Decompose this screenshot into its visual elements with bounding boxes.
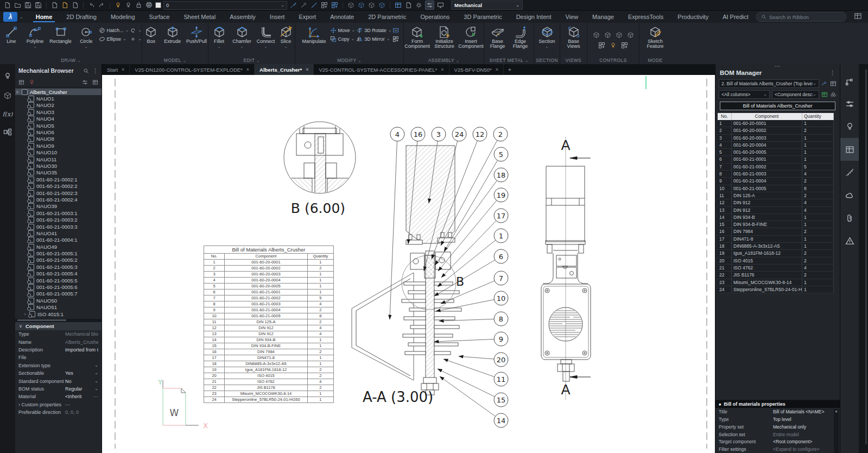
bom-row[interactable]: 2001-60-20-00022	[718, 127, 834, 134]
flip-button[interactable]	[392, 27, 399, 34]
point-button[interactable]: ⌄	[130, 35, 142, 42]
tree-item[interactable]: 001-60-21-0005:3	[15, 263, 102, 270]
ribbon-tab-expresstools[interactable]: ExpressTools	[621, 11, 670, 23]
bom-row[interactable]: 13DIN 9124	[718, 207, 834, 214]
section-display-icon[interactable]	[616, 32, 623, 40]
group-label-model[interactable]: MODEL⌄	[142, 56, 208, 64]
app-menu-button[interactable]: λ	[3, 12, 17, 22]
export-table-icon[interactable]	[821, 91, 828, 98]
group-label-modify[interactable]: MODIFY⌄	[295, 56, 403, 64]
section-button[interactable]: Section ⌄	[535, 25, 559, 48]
tree-item[interactable]: NAUO10	[15, 149, 102, 156]
component-property-row[interactable]: Extension type⌄	[15, 362, 102, 369]
chevron-down-icon[interactable]: ⌄	[94, 379, 98, 383]
ribbon-tab-view[interactable]: View	[558, 11, 585, 23]
tree-item[interactable]: NAUO49	[15, 243, 102, 250]
layer-lamp-icon[interactable]	[610, 42, 617, 50]
ellipse-button[interactable]: Ellipse ⌄	[99, 35, 129, 42]
manipulate-button[interactable]: Manipulate	[300, 25, 329, 45]
tree-item[interactable]: 001-60-21-0003:2	[15, 216, 102, 223]
ribbon-tab-operations[interactable]: Operations	[414, 11, 457, 23]
ribbon-tab-productivity[interactable]: Productivity	[670, 11, 715, 23]
mechanical-browser-tab-icon[interactable]	[3, 91, 12, 101]
save-as-icon[interactable]	[34, 1, 42, 9]
ribbon-tab-modeling[interactable]: Modeling	[104, 11, 142, 23]
ribbon-tab-annotate[interactable]: Annotate	[323, 11, 361, 23]
tree-item[interactable]: 001-60-21-0003:3	[15, 223, 102, 230]
document-tab[interactable]: V25-CONTROL-SYSTEM-ACCESSORIES-PANEL*×	[314, 64, 449, 75]
component-property-row[interactable]: DescriptionImported from C:\Us	[15, 346, 102, 354]
refresh-icon[interactable]	[821, 80, 828, 87]
bom-row[interactable]: 6001-60-21-00011	[718, 156, 834, 163]
polyline-button[interactable]: Polyline ⌄	[24, 25, 47, 48]
bom-source-select[interactable]: 2. Bill of Materials Alberts_Crusher (To…	[719, 79, 819, 88]
group-label-mode[interactable]: MODE	[639, 56, 671, 64]
tree-item[interactable]: 001-60-21-0003:1	[15, 210, 102, 216]
ribbon-tab-home[interactable]: Home	[29, 11, 60, 23]
shading-icon[interactable]	[627, 32, 634, 40]
insert-table-icon[interactable]	[830, 80, 837, 87]
redo-icon[interactable]	[98, 1, 106, 9]
tree-item[interactable]: 001-60-21-0002:4	[15, 196, 102, 203]
component-visibility-icon[interactable]	[604, 32, 611, 40]
workspace-select[interactable]: Mechanical ⌄	[451, 1, 523, 10]
ribbon-panel-toggle-icon[interactable]	[854, 12, 863, 21]
group-label-section[interactable]: SECTION	[534, 56, 560, 64]
tree-item[interactable]: NAUO51	[15, 304, 102, 311]
bom-row[interactable]: 1001-60-20-00011	[718, 120, 834, 127]
tree-item[interactable]: 001-60-21-0002:3	[15, 190, 102, 196]
publish-icon[interactable]	[71, 1, 79, 9]
close-icon[interactable]: ×	[306, 67, 308, 72]
box-button[interactable]: Box	[142, 25, 160, 45]
bom-row[interactable]: 16DIN 79842	[718, 228, 834, 235]
bom-row[interactable]: 11DIN 125-A2	[718, 192, 834, 199]
bom-properties-header[interactable]: ■ Bill of materials properties	[715, 400, 840, 408]
lamp-off-icon[interactable]	[124, 1, 132, 9]
base-views-button[interactable]: Base Views	[562, 25, 586, 50]
parameters-tab-icon[interactable]: f(x)	[3, 111, 13, 118]
chevron-down-icon[interactable]: ⌄	[138, 37, 142, 41]
drawing-canvas[interactable]: B (6.00)	[102, 75, 715, 453]
lock-ui-icon[interactable]	[135, 1, 143, 9]
bom-property-row[interactable]: Target component<Root component>	[715, 438, 840, 445]
close-icon[interactable]: ×	[496, 67, 498, 72]
bom-row[interactable]: 20ISO 40152	[718, 257, 834, 265]
ribbon-search-input[interactable]: Search in Ribbon	[756, 12, 846, 22]
bom-row[interactable]: 7001-60-21-00025	[718, 163, 834, 171]
component-property-row[interactable]: Standard componentNo⌄	[15, 377, 102, 385]
group-label-views[interactable]: VIEWS	[560, 56, 587, 64]
tree-item[interactable]: ›ISO 4015:1	[15, 311, 102, 317]
bom-row[interactable]: 10001-60-21-00058	[718, 185, 834, 192]
save-icon[interactable]	[24, 1, 32, 9]
hatch-button[interactable]: Hatch... ⌄	[99, 27, 129, 34]
rotate-3d-button[interactable]: 3D Rotate ⌄	[356, 27, 391, 34]
filter-blocks-icon[interactable]	[18, 79, 24, 85]
tree-item[interactable]: NAUO30	[15, 162, 102, 169]
bom-manager-panel-tab[interactable]	[840, 138, 859, 161]
bom-properties-scrollbar[interactable]: ▲	[834, 409, 839, 453]
bom-row[interactable]: 9001-60-21-00042	[718, 178, 834, 185]
bom-row[interactable]: 17DIN471-81	[718, 236, 834, 243]
measure-icon[interactable]	[310, 1, 318, 9]
circle-button[interactable]: Circle ⌄	[75, 25, 98, 48]
group-label-edit[interactable]: EDIT⌄	[208, 56, 295, 64]
annotate-balloon-panel-tab[interactable]	[840, 115, 859, 138]
sort-icon[interactable]	[82, 79, 88, 85]
hints-icon[interactable]	[3, 72, 12, 81]
tree-item[interactable]: NAUO2	[15, 102, 102, 109]
tree-item[interactable]: NAUO9	[15, 142, 102, 149]
close-icon[interactable]: ×	[246, 67, 249, 72]
tree-item[interactable]: NAUO6	[15, 129, 102, 135]
snap-settings-icon[interactable]	[320, 1, 328, 9]
bom-row[interactable]: 14DIN 934-B1	[718, 214, 834, 221]
front-view[interactable]	[541, 137, 591, 400]
warnings-panel-tab[interactable]	[840, 229, 859, 252]
bom-row[interactable]: 23Misumi_MCOCGWK30-8-141	[718, 279, 834, 286]
selection-modes-icon[interactable]	[621, 42, 628, 50]
fillet-button[interactable]: Fillet ⌄	[210, 25, 229, 48]
structure-panel-icon[interactable]	[394, 1, 402, 9]
line-button[interactable]: Line	[0, 25, 23, 45]
search-icon[interactable]	[83, 68, 89, 74]
chevron-down-icon[interactable]: ⌄	[387, 37, 390, 41]
chevron-down-icon[interactable]: ⌄	[218, 45, 221, 48]
